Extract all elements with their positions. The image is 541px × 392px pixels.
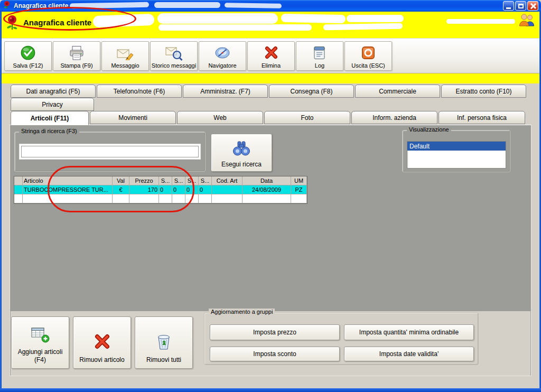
tab-privacy[interactable]: Privacy (11, 98, 94, 111)
column-header-label: Data (260, 178, 273, 184)
list-item-default[interactable]: Default (407, 142, 506, 151)
toolbar-button-label: Uscita (ESC) (351, 62, 385, 69)
cell-empty (172, 194, 185, 203)
rose-icon (5, 14, 19, 33)
add-articles-button[interactable]: Aggiungi articoli (F4) (11, 316, 69, 369)
toolbar-button-stampa[interactable]: Stampa (F9) (53, 41, 100, 71)
column-header-um[interactable]: UM (291, 176, 307, 185)
column-header-s4[interactable]: S... (199, 176, 212, 185)
column-header-val[interactable]: Val (113, 176, 129, 185)
list-item-label: Default (409, 143, 430, 150)
column-header-label: S... (161, 178, 170, 184)
cell-empty (113, 194, 129, 203)
column-header-data[interactable]: Data (242, 176, 291, 185)
close-button[interactable] (527, 1, 538, 11)
tab-label: Inform. azienda (372, 114, 416, 122)
column-header-selector[interactable] (14, 176, 23, 185)
tab-commerciale[interactable]: Commerciale (355, 85, 440, 98)
toolbar-button-salva[interactable]: Salva (F12) (4, 41, 52, 71)
mail-history-icon (165, 44, 183, 62)
tab-amministraz[interactable]: Amministraz. (F7) (183, 85, 268, 98)
cell-value: 24/08/2009 (252, 186, 281, 193)
execute-search-button[interactable]: Esegui ricerca (211, 134, 272, 172)
tab-inform-azienda[interactable]: Inform. azienda (351, 111, 437, 124)
cell-cod-art (212, 185, 242, 194)
set-min-orderable-qty-button[interactable]: Imposta quantita' minima ordinabile (344, 324, 474, 340)
column-header-label: UM (294, 178, 303, 184)
search-group-label: Stringa di ricerca (F3) (19, 128, 79, 134)
main-area: Dati anagrafici (F5) Telefono/note (F6) … (2, 83, 539, 389)
toolbar-button-messaggio[interactable]: Messaggio (101, 41, 149, 71)
button-label: Imposta sconto (253, 350, 296, 358)
toolbar-button-elimina[interactable]: Elimina (247, 41, 295, 71)
binoculars-icon (232, 141, 251, 158)
navigator-compass-icon (213, 44, 231, 62)
tab-dati-anagrafici[interactable]: Dati anagrafici (F5) (11, 85, 96, 98)
column-header-s1[interactable]: S... (159, 176, 172, 185)
titlebar: Anagrafica cliente (0, 0, 541, 12)
window-icon (3, 1, 11, 11)
table-row-empty[interactable] (14, 194, 307, 203)
cell-value: 0 (173, 186, 176, 193)
tab-estratto-conto[interactable]: Estratto conto (F10) (441, 85, 526, 98)
column-header-label: Articolo (24, 178, 43, 184)
toolbar-button-log[interactable]: Log (296, 41, 343, 71)
window-frame-bottom (0, 388, 541, 392)
tab-movimenti[interactable]: Movimenti (90, 111, 176, 124)
redaction-scribble (157, 13, 278, 24)
tab-label: Amministraz. (F7) (200, 88, 250, 95)
remove-x-icon (93, 333, 111, 353)
cell-empty (14, 194, 23, 203)
set-discount-button[interactable]: Imposta sconto (210, 347, 340, 361)
redaction-scribble (154, 2, 220, 8)
cell-value: PZ (295, 186, 302, 193)
remove-article-label: Rimuovi articolo (79, 356, 124, 364)
tab-web[interactable]: Web (177, 111, 263, 124)
maximize-button[interactable] (515, 1, 526, 11)
tab-label: Inf. persona fisica (457, 114, 507, 122)
set-price-button[interactable]: Imposta prezzo (210, 324, 340, 340)
cell-s4: 0 (199, 185, 212, 194)
maximize-icon (518, 4, 524, 8)
set-validity-dates-button[interactable]: Imposta date validita' (344, 347, 474, 361)
cell-empty (212, 194, 242, 203)
column-header-cod-art[interactable]: Cod. Art (212, 176, 242, 185)
tab-label: Articoli (F11) (31, 115, 69, 122)
tab-consegna[interactable]: Consegna (F8) (269, 85, 354, 98)
search-input[interactable] (21, 146, 199, 157)
tab-inf-persona-fisica[interactable]: Inf. persona fisica (439, 111, 525, 124)
toolbar-button-storico-messaggi[interactable]: Storico messaggi (150, 41, 198, 71)
tab-label: Telefono/note (F6) (114, 88, 165, 95)
toolbar: Salva (F12) Stampa (F9) Messaggio Storic… (2, 38, 539, 73)
column-header-s2[interactable]: S... (172, 176, 185, 185)
trash-icon (155, 333, 172, 353)
column-header-s3[interactable]: S... (185, 176, 199, 185)
articles-table: Articolo Val Prezzo S... S... S... S... … (14, 176, 307, 204)
cell-selector (14, 185, 23, 194)
minimize-button[interactable] (503, 1, 514, 11)
redaction-scribble (70, 2, 149, 9)
save-check-icon (20, 44, 36, 62)
tab-row-2: Privacy (11, 98, 95, 111)
remove-all-button[interactable]: Rimuovi tutti (135, 316, 193, 369)
toolbar-button-uscita[interactable]: Uscita (ESC) (344, 41, 392, 71)
redaction-scribble (446, 19, 515, 24)
add-table-icon (31, 326, 50, 345)
cell-value: 170 (148, 186, 157, 193)
cell-value: € (119, 186, 122, 193)
tab-articoli[interactable]: Articoli (F11) (11, 111, 89, 125)
column-header-prezzo[interactable]: Prezzo (129, 176, 159, 185)
group-update-label: Aggiornamento a gruppi (209, 309, 275, 315)
users-icon[interactable] (519, 13, 535, 29)
redaction-scribble (158, 24, 312, 31)
exit-icon (360, 44, 376, 62)
remove-article-button[interactable]: Rimuovi articolo (73, 316, 131, 369)
toolbar-button-navigatore[interactable]: Navigatore (199, 41, 246, 71)
table-row-selected[interactable]: TURBOCOMPRESSORE TUR... € 170 0 0 0 0 24… (14, 185, 307, 194)
cell-empty (23, 194, 113, 203)
tab-foto[interactable]: Foto (264, 111, 350, 124)
column-header-articolo[interactable]: Articolo (23, 176, 113, 185)
articoli-tab-page: Stringa di ricerca (F3) Esegui ricerca V… (10, 125, 531, 376)
cell-value: 0 (186, 186, 190, 193)
tab-telefono-note[interactable]: Telefono/note (F6) (97, 85, 182, 98)
